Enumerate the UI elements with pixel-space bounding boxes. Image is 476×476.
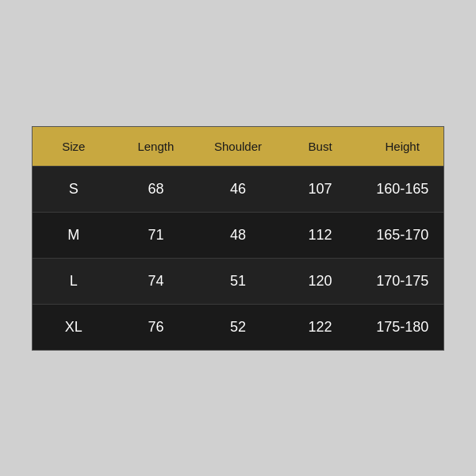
cell-size-xl: XL bbox=[33, 305, 115, 350]
cell-height-m: 165-170 bbox=[361, 213, 443, 258]
table-row: XL 76 52 122 175-180 bbox=[33, 304, 443, 350]
cell-length-s: 68 bbox=[115, 167, 198, 212]
cell-size-l: L bbox=[33, 259, 115, 304]
size-chart-table: Size Length Shoulder Bust Height S 68 46… bbox=[32, 126, 444, 351]
cell-length-l: 74 bbox=[115, 259, 198, 304]
col-header-height: Height bbox=[361, 135, 443, 158]
cell-shoulder-xl: 52 bbox=[197, 305, 279, 350]
cell-bust-xl: 122 bbox=[279, 305, 362, 350]
cell-length-m: 71 bbox=[115, 213, 198, 258]
col-header-length: Length bbox=[115, 135, 198, 158]
cell-shoulder-l: 51 bbox=[197, 259, 279, 304]
cell-height-l: 170-175 bbox=[361, 259, 443, 304]
cell-length-xl: 76 bbox=[115, 305, 198, 350]
cell-size-s: S bbox=[33, 167, 115, 212]
col-header-bust: Bust bbox=[279, 135, 362, 158]
cell-size-m: M bbox=[33, 213, 115, 258]
cell-height-xl: 175-180 bbox=[361, 305, 443, 350]
cell-shoulder-m: 48 bbox=[197, 213, 279, 258]
cell-bust-s: 107 bbox=[279, 167, 362, 212]
cell-height-s: 160-165 bbox=[361, 167, 443, 212]
col-header-size: Size bbox=[33, 135, 115, 158]
cell-bust-m: 112 bbox=[279, 213, 362, 258]
col-header-shoulder: Shoulder bbox=[197, 135, 279, 158]
cell-shoulder-s: 46 bbox=[197, 167, 279, 212]
table-header: Size Length Shoulder Bust Height bbox=[33, 127, 443, 166]
table-row: L 74 51 120 170-175 bbox=[33, 258, 443, 304]
table-row: M 71 48 112 165-170 bbox=[33, 212, 443, 258]
cell-bust-l: 120 bbox=[279, 259, 362, 304]
table-row: S 68 46 107 160-165 bbox=[33, 166, 443, 212]
